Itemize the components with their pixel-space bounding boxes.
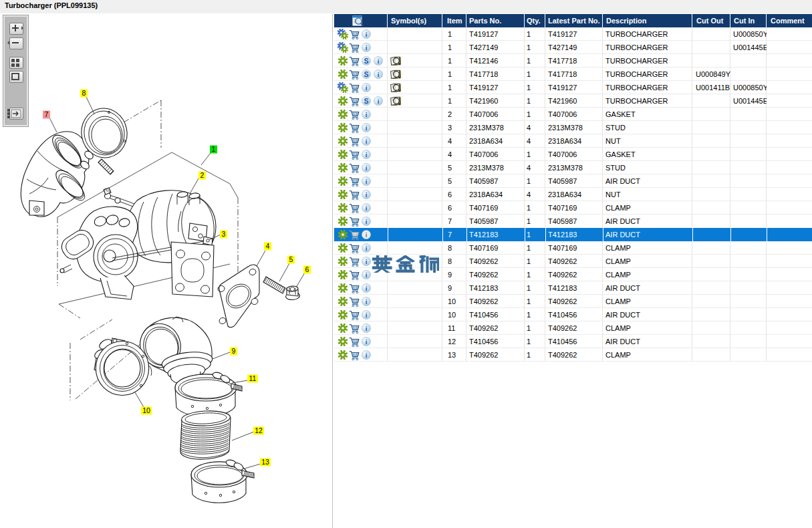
svg-text:3: 3 <box>222 230 226 238</box>
svg-text:6: 6 <box>305 265 309 273</box>
svg-text:12: 12 <box>255 426 263 434</box>
svg-text:1: 1 <box>212 145 216 153</box>
svg-text:7: 7 <box>45 110 49 118</box>
svg-text:10: 10 <box>142 406 150 414</box>
svg-text:11: 11 <box>249 374 257 382</box>
svg-text:9: 9 <box>232 347 236 355</box>
svg-text:4: 4 <box>266 242 270 250</box>
svg-text:2: 2 <box>200 171 205 179</box>
svg-text:8: 8 <box>82 89 86 97</box>
svg-text:13: 13 <box>261 458 269 466</box>
svg-text:5: 5 <box>289 255 293 263</box>
